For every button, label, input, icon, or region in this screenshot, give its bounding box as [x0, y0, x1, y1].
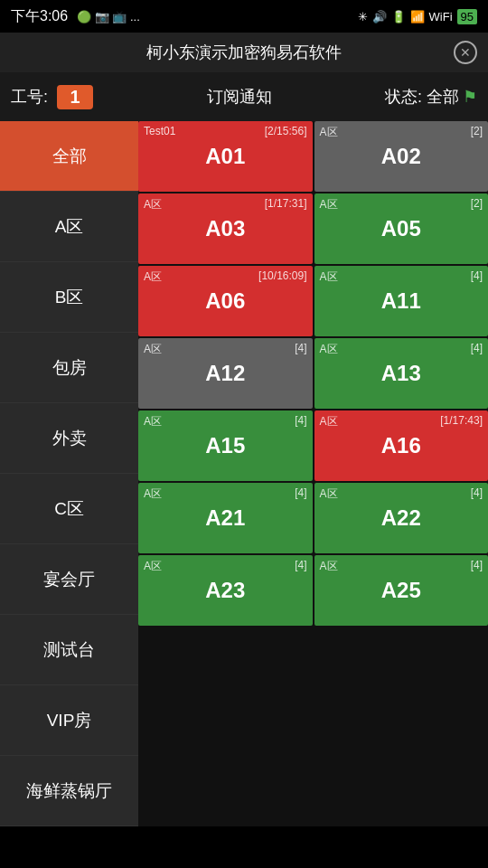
table-row: [4]A区A21[4]A区A22: [138, 483, 488, 553]
cell-badge: [4]: [295, 559, 306, 571]
cell-area-tag: A区: [144, 342, 162, 357]
title-bar: 柯小东演示加密狗易石软件 ✕: [0, 33, 488, 72]
table-cell-a22[interactable]: [4]A区A22: [314, 483, 489, 553]
worker-bar: 工号: 1 订阅通知 状态: 全部 ⚑: [0, 72, 488, 121]
cell-title: A12: [205, 361, 245, 386]
cell-badge: [10/16:09]: [258, 269, 306, 282]
notify-button[interactable]: 订阅通知: [102, 86, 376, 108]
table-cell-a11[interactable]: [4]A区A11: [314, 266, 489, 336]
table-cell-a05[interactable]: [2]A区A05: [314, 193, 489, 264]
status-app-icons: 🟢 📷 📺 ...: [77, 10, 140, 24]
cell-area-tag: A区: [320, 559, 338, 574]
cell-area-tag: A区: [320, 197, 338, 212]
cell-area-tag: A区: [320, 342, 338, 357]
cell-title: A13: [381, 361, 421, 386]
cell-badge: [4]: [295, 342, 306, 354]
cell-area-tag: A区: [144, 414, 162, 429]
cell-title: A25: [381, 578, 421, 603]
battery-icon: 🔋: [391, 10, 406, 24]
worker-badge: 1: [57, 85, 93, 109]
table-row: [4]A区A23[4]A区A25: [138, 555, 488, 626]
table-grid: [2/15:56]Test01A01[2]A区A02[1/17:31]A区A03…: [138, 121, 488, 826]
status-bar: 下午3:06 🟢 📷 📺 ... ✳ 🔊 🔋 📶 WiFi 95: [0, 0, 488, 33]
signal-icon: 📶: [410, 10, 425, 24]
flag-icon: ⚑: [463, 87, 477, 107]
table-cell-a21[interactable]: [4]A区A21: [138, 483, 313, 553]
cell-title: A16: [381, 433, 421, 458]
cell-title: A03: [205, 216, 245, 241]
sidebar-item-b[interactable]: B区: [0, 262, 138, 333]
cell-title: A21: [205, 505, 245, 531]
table-row: [2/15:56]Test01A01[2]A区A02: [138, 121, 488, 192]
cell-badge: [1/17:31]: [265, 197, 307, 210]
table-row: [4]A区A15[1/17:43]A区A16: [138, 410, 488, 481]
cell-title: A01: [205, 144, 245, 169]
sidebar-item-takeout[interactable]: 外卖: [0, 403, 138, 474]
close-button[interactable]: ✕: [454, 41, 477, 64]
cell-badge: [4]: [295, 486, 306, 499]
sidebar: 全部A区B区包房外卖C区宴会厅测试台VIP房海鲜蒸锅厅: [0, 121, 138, 826]
sidebar-item-seafood[interactable]: 海鲜蒸锅厅: [0, 756, 138, 826]
cell-badge: [4]: [471, 559, 483, 571]
wifi-icon: 🔊: [372, 10, 387, 24]
status-time-area: 下午3:06 🟢 📷 📺 ...: [11, 7, 140, 26]
cell-badge: [1/17:43]: [440, 414, 483, 427]
status-right-icons: ✳ 🔊 🔋 📶 WiFi 95: [358, 9, 477, 24]
cell-area-tag: A区: [144, 269, 162, 285]
table-cell-a01[interactable]: [2/15:56]Test01A01: [138, 121, 313, 192]
cell-area-tag: A区: [144, 197, 162, 212]
cell-area-tag: A区: [144, 559, 162, 574]
sidebar-item-a[interactable]: A区: [0, 192, 138, 262]
cell-area-tag: Test01: [144, 125, 175, 137]
cell-title: A06: [205, 288, 245, 314]
sidebar-item-test[interactable]: 测试台: [0, 615, 138, 685]
cell-title: A15: [205, 433, 245, 458]
main-content: 全部A区B区包房外卖C区宴会厅测试台VIP房海鲜蒸锅厅 [2/15:56]Tes…: [0, 121, 488, 826]
table-cell-a02[interactable]: [2]A区A02: [314, 121, 489, 192]
cell-area-tag: A区: [320, 486, 338, 502]
sidebar-item-c[interactable]: C区: [0, 474, 138, 544]
cell-title: A11: [381, 288, 421, 314]
cell-badge: [2]: [471, 197, 483, 210]
cell-area-tag: A区: [144, 486, 162, 502]
worker-label: 工号:: [11, 86, 48, 108]
battery-level: 95: [457, 9, 477, 24]
cell-badge: [2/15:56]: [265, 125, 307, 137]
network-icon: WiFi: [429, 10, 453, 24]
sidebar-item-banquet[interactable]: 宴会厅: [0, 544, 138, 615]
table-row: [4]A区A12[4]A区A13: [138, 338, 488, 409]
table-cell-a25[interactable]: [4]A区A25: [314, 555, 489, 626]
table-cell-a03[interactable]: [1/17:31]A区A03: [138, 193, 313, 264]
table-cell-a16[interactable]: [1/17:43]A区A16: [314, 410, 489, 481]
cell-title: A22: [381, 505, 421, 531]
cell-area-tag: A区: [320, 414, 338, 429]
cell-badge: [4]: [471, 269, 483, 282]
cell-badge: [4]: [471, 342, 483, 354]
table-row: [10/16:09]A区A06[4]A区A11: [138, 266, 488, 336]
cell-badge: [4]: [295, 414, 306, 427]
sidebar-item-room[interactable]: 包房: [0, 333, 138, 403]
cell-title: A05: [381, 216, 421, 241]
cell-area-tag: A区: [320, 269, 338, 285]
cell-title: A02: [381, 144, 421, 169]
sidebar-item-all[interactable]: 全部: [0, 121, 138, 192]
table-row: [1/17:31]A区A03[2]A区A05: [138, 193, 488, 264]
bluetooth-icon: ✳: [358, 10, 368, 24]
cell-title: A23: [205, 578, 245, 603]
status-filter-label: 状态: 全部 ⚑: [385, 86, 477, 108]
table-cell-a12[interactable]: [4]A区A12: [138, 338, 313, 409]
table-cell-a15[interactable]: [4]A区A15: [138, 410, 313, 481]
table-cell-a06[interactable]: [10/16:09]A区A06: [138, 266, 313, 336]
cell-badge: [2]: [471, 125, 483, 137]
cell-badge: [4]: [471, 486, 483, 499]
app-title: 柯小东演示加密狗易石软件: [146, 43, 342, 61]
sidebar-item-vip[interactable]: VIP房: [0, 685, 138, 756]
table-cell-a23[interactable]: [4]A区A23: [138, 555, 313, 626]
status-time: 下午3:06: [11, 7, 68, 26]
cell-area-tag: A区: [320, 125, 338, 140]
table-cell-a13[interactable]: [4]A区A13: [314, 338, 489, 409]
